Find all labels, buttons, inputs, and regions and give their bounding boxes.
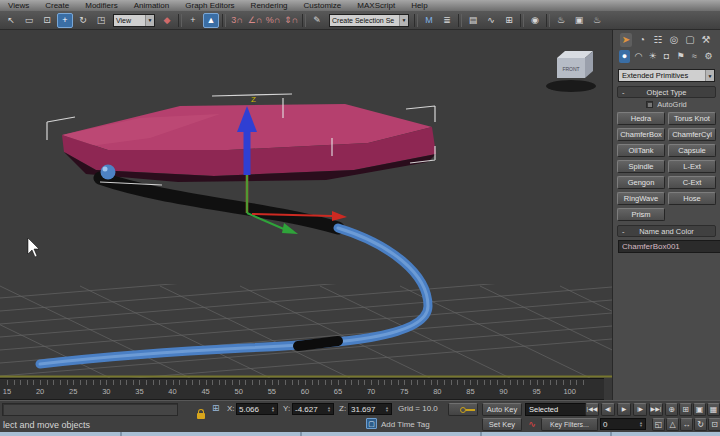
material-editor-icon[interactable]: ◉: [527, 13, 543, 28]
menu-graph-editors[interactable]: Graph Editors: [177, 0, 242, 11]
next-frame-button[interactable]: |▶: [633, 403, 647, 416]
frame-spinner[interactable]: [639, 421, 643, 427]
go-to-end-button[interactable]: ▶▶|: [649, 403, 663, 416]
edit-named-selection-sets-icon[interactable]: ✎: [309, 13, 325, 28]
rectangular-selection-region-icon[interactable]: ▭: [21, 13, 37, 28]
cameras-category-icon[interactable]: ◘: [661, 50, 672, 63]
maxscript-mini-listener[interactable]: [2, 403, 178, 416]
zoom-all-icon[interactable]: ⊞: [679, 403, 692, 416]
select-and-scale-icon[interactable]: ◳: [93, 13, 109, 28]
keyboard-shortcut-override-icon[interactable]: ▲: [203, 13, 219, 28]
previous-frame-button[interactable]: ◀|: [601, 403, 615, 416]
hose-object[interactable]: [40, 178, 428, 364]
motion-tab[interactable]: ◎: [668, 33, 680, 47]
x-coord-field[interactable]: 5.066: [236, 403, 278, 415]
utilities-tab[interactable]: ⚒: [700, 33, 712, 47]
button-l-ext[interactable]: L-Ext: [668, 160, 716, 173]
play-button[interactable]: ▶: [617, 403, 631, 416]
object-name-field[interactable]: [618, 240, 720, 253]
named-selection-sets-dropdown[interactable]: Create Selection Se▼: [329, 14, 409, 27]
set-key-button[interactable]: Set Key: [482, 418, 522, 431]
select-and-move-icon[interactable]: +: [57, 13, 73, 28]
pan-icon[interactable]: ↔: [680, 418, 693, 431]
align-icon[interactable]: ≣: [439, 13, 455, 28]
render-production-icon[interactable]: ♨: [589, 13, 605, 28]
menu-customize[interactable]: Customize: [296, 0, 350, 11]
time-tag-icon[interactable]: ▢: [366, 418, 377, 429]
rendered-frame-window-icon[interactable]: ▣: [571, 13, 587, 28]
modify-tab[interactable]: ◔: [636, 33, 648, 47]
schematic-view-icon[interactable]: ⊞: [501, 13, 517, 28]
snaps-toggle-3d-icon[interactable]: 3∩: [229, 13, 245, 28]
reference-coordinate-dropdown[interactable]: View▼: [113, 14, 155, 27]
button-c-ext[interactable]: C-Ext: [668, 176, 716, 189]
button-torus-knot[interactable]: Torus Knot: [668, 112, 716, 125]
hierarchy-tab[interactable]: ☷: [652, 33, 664, 47]
zoom-extents-all-icon[interactable]: ▦: [707, 403, 720, 416]
render-setup-icon[interactable]: ♨: [553, 13, 569, 28]
create-tab[interactable]: ➤: [620, 33, 632, 47]
menu-views[interactable]: Views: [0, 0, 37, 11]
y-spinner[interactable]: [327, 406, 331, 412]
hose-end-sphere[interactable]: [101, 165, 116, 180]
menu-rendering[interactable]: Rendering: [243, 0, 296, 11]
perspective-viewport[interactable]: Z FRONT: [0, 30, 612, 378]
z-spinner[interactable]: [385, 406, 389, 412]
button-ringwave[interactable]: RingWave: [617, 192, 665, 205]
button-prism[interactable]: Prism: [617, 208, 665, 221]
space-warps-category-icon[interactable]: ≈: [689, 50, 700, 63]
autogrid-checkbox[interactable]: [646, 101, 653, 108]
button-gengon[interactable]: Gengon: [617, 176, 665, 189]
shapes-category-icon[interactable]: ◠: [633, 50, 644, 63]
graph-editors-icon[interactable]: ∿: [483, 13, 499, 28]
selection-window-crossing-icon[interactable]: ⊡: [39, 13, 55, 28]
field-of-view-icon[interactable]: △: [666, 418, 679, 431]
select-and-manipulate-icon[interactable]: +: [185, 13, 201, 28]
absolute-mode-icon[interactable]: ⊞: [212, 403, 220, 413]
layer-manager-icon[interactable]: ▤: [465, 13, 481, 28]
auto-key-button[interactable]: Auto Key: [482, 403, 522, 416]
menu-help[interactable]: Help: [403, 0, 435, 11]
percent-snap-icon[interactable]: %∩: [265, 13, 281, 28]
use-pivot-point-center-icon[interactable]: ◆: [159, 13, 175, 28]
go-to-start-button[interactable]: |◀◀: [585, 403, 599, 416]
menu-animation[interactable]: Animation: [126, 0, 178, 11]
select-and-rotate-icon[interactable]: ↻: [75, 13, 91, 28]
key-filters-button[interactable]: Key Filters...: [541, 418, 598, 431]
add-time-tag[interactable]: Add Time Tag: [381, 420, 430, 429]
z-coord-field[interactable]: 31.697: [348, 403, 392, 415]
button-hose[interactable]: Hose: [668, 192, 716, 205]
button-chamfercyl[interactable]: ChamferCyl: [668, 128, 716, 141]
zoom-extents-icon[interactable]: ▣: [693, 403, 706, 416]
selection-lock-icon[interactable]: [197, 405, 205, 423]
button-hedra[interactable]: Hedra: [617, 112, 665, 125]
x-spinner[interactable]: [271, 406, 275, 412]
current-frame-field[interactable]: 0: [600, 418, 646, 430]
button-spindle[interactable]: Spindle: [617, 160, 665, 173]
object-type-rollout-header[interactable]: - Object Type: [617, 86, 716, 98]
angle-snap-icon[interactable]: ∠∩: [247, 13, 263, 28]
set-keys-button[interactable]: [448, 403, 478, 416]
menu-create[interactable]: Create: [37, 0, 77, 11]
button-oiltank[interactable]: OilTank: [617, 144, 665, 157]
name-color-rollout-header[interactable]: - Name and Color: [617, 225, 716, 237]
subcategory-dropdown[interactable]: Extended Primitives ▼: [618, 69, 715, 82]
new-key-filter-curve-icon[interactable]: ∿: [525, 418, 539, 431]
display-tab[interactable]: ▢: [684, 33, 696, 47]
select-object-icon[interactable]: ↖: [3, 13, 19, 28]
time-slider-track[interactable]: 1520253035404550556065707580859095100: [0, 378, 604, 400]
button-capsule[interactable]: Capsule: [668, 144, 716, 157]
menu-modifiers[interactable]: Modifiers: [77, 0, 125, 11]
systems-category-icon[interactable]: ⚙: [703, 50, 714, 63]
maximize-viewport-icon[interactable]: ⊡: [708, 418, 720, 431]
y-coord-field[interactable]: -4.627: [292, 403, 334, 415]
mirror-icon[interactable]: M: [421, 13, 437, 28]
lights-category-icon[interactable]: ☀: [647, 50, 658, 63]
button-chamferbox[interactable]: ChamferBox: [617, 128, 665, 141]
arc-rotate-icon[interactable]: ↻: [694, 418, 707, 431]
viewcube[interactable]: FRONT: [546, 51, 596, 92]
zoom-icon[interactable]: ⊕: [665, 403, 678, 416]
spinner-snap-icon[interactable]: ⇕∩: [283, 13, 299, 28]
helpers-category-icon[interactable]: ⚑: [675, 50, 686, 63]
menu-maxscript[interactable]: MAXScript: [349, 0, 403, 11]
